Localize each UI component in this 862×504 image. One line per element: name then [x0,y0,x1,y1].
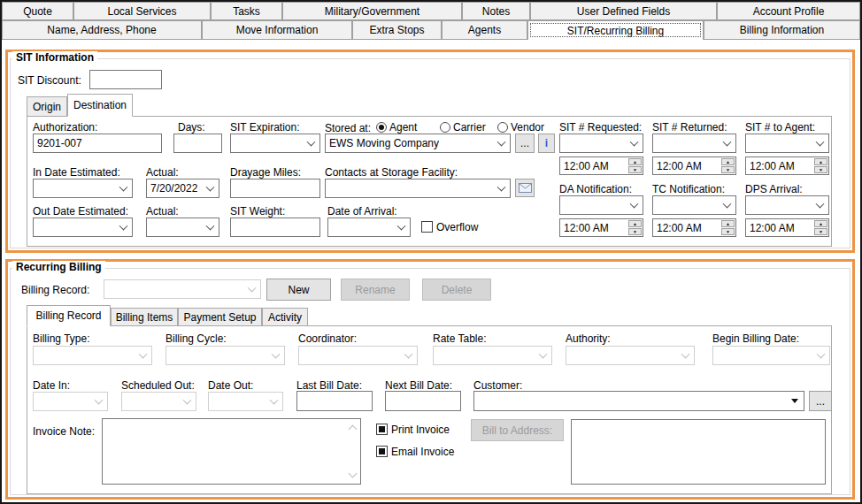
subtab-billing-items[interactable]: Billing Items [111,308,178,326]
out-actual-combobox[interactable] [146,218,219,237]
tab-user-defined-fields[interactable]: User Defined Fields [530,2,717,20]
email-invoice-checkbox[interactable] [376,446,388,457]
tab-billing-information[interactable]: Billing Information [704,20,860,40]
tab-extra-stops[interactable]: Extra Stops [352,20,442,40]
in-date-estimated-combobox[interactable] [33,179,133,198]
stored-at-carrier-radio[interactable] [440,122,450,133]
spinner-down-icon[interactable]: ▼ [721,166,735,173]
coordinator-combobox[interactable] [298,346,418,365]
bill-to-address-button[interactable]: Bill to Address: [471,419,564,441]
tab-military-government[interactable]: Military/Government [282,2,462,20]
tc-notification-combobox[interactable] [652,195,736,215]
overflow-label[interactable]: Overflow [436,221,478,233]
tab-tasks[interactable]: Tasks [211,2,282,20]
overflow-checkbox[interactable] [421,221,433,233]
company-browse-button[interactable]: ... [515,134,535,153]
sit-to-agent-combobox[interactable] [745,134,829,153]
sit-weight-input[interactable] [230,218,320,237]
stored-at-agent-radio[interactable] [376,122,387,133]
sit-requested-time-spinner[interactable]: 12:00 AM ▲▼ [559,157,643,175]
new-button[interactable]: New [266,279,331,301]
spinner-up-icon[interactable]: ▲ [721,220,735,227]
stored-at-carrier-label[interactable]: Carrier [453,121,486,134]
email-invoice-label[interactable]: Email Invoice [391,446,454,458]
bill-to-address-box[interactable] [571,419,826,485]
billing-type-combobox[interactable] [33,346,152,365]
spinner-down-icon[interactable]: ▼ [628,228,642,235]
company-info-button[interactable]: i [538,134,555,153]
subtab-activity[interactable]: Activity [262,308,308,326]
print-invoice-label[interactable]: Print Invoice [391,424,450,436]
delete-button[interactable]: Delete [422,279,491,301]
spinner-down-icon[interactable]: ▼ [814,228,827,235]
spinner-down-icon[interactable]: ▼ [814,166,827,173]
sit-to-agent-time-spinner[interactable]: 12:00 AM ▲▼ [745,157,829,175]
da-notification-time-spinner[interactable]: 12:00 AM ▲▼ [559,218,643,237]
print-invoice-checkbox[interactable] [376,424,388,435]
dropdown-arrow-button[interactable] [787,393,802,409]
email-contact-button[interactable] [515,179,535,197]
sit-expiration-combobox[interactable] [230,134,320,153]
stored-at-vendor-label[interactable]: Vendor [511,121,544,134]
chevron-down-icon [497,138,506,147]
tab-agents[interactable]: Agents [442,20,527,40]
spinner-up-icon[interactable]: ▲ [628,158,642,165]
tab-sit-recurring-billing[interactable]: SIT/Recurring Billing [527,20,704,40]
stored-at-agent-label[interactable]: Agent [389,121,417,134]
chevron-down-icon [791,399,798,403]
last-bill-date-input[interactable] [296,391,373,411]
next-bill-date-input[interactable] [385,391,461,411]
sit-returned-time-spinner[interactable]: 12:00 AM ▲▼ [652,157,736,175]
tab-account-profile[interactable]: Account Profile [717,2,860,20]
da-notification-combobox[interactable] [559,195,643,215]
invoice-note-textarea[interactable] [102,418,361,485]
spinner-down-icon[interactable]: ▼ [628,166,642,173]
authority-label: Authority: [566,332,611,345]
billing-record-combobox[interactable] [104,279,261,299]
scheduled-out-combobox[interactable] [121,392,196,411]
sit-returned-combobox[interactable] [652,134,736,153]
tab-strip-row1: Quote Local Services Tasks Military/Gove… [2,2,860,20]
begin-billing-date-combobox[interactable] [712,346,830,365]
customer-browse-button[interactable]: ... [809,391,832,411]
tc-notification-time-spinner[interactable]: 12:00 AM ▲▼ [652,218,736,237]
rate-table-combobox[interactable] [433,346,552,365]
tab-name-address-phone[interactable]: Name, Address, Phone [2,20,202,40]
authority-combobox[interactable] [566,346,695,365]
sit-requested-combobox[interactable] [559,134,643,153]
billing-cycle-combobox[interactable] [165,346,285,365]
date-of-arrival-combobox[interactable] [327,218,411,237]
stored-at-vendor-radio[interactable] [497,122,508,133]
tab-local-services[interactable]: Local Services [73,2,211,20]
tab-move-information[interactable]: Move Information [202,20,352,40]
out-date-estimated-combobox[interactable] [33,218,133,237]
contacts-combobox[interactable] [325,179,511,198]
dps-arrival-combobox[interactable] [745,195,829,215]
spinner-up-icon[interactable]: ▲ [628,220,642,227]
subtab-destination[interactable]: Destination [67,94,133,117]
spinner-up-icon[interactable]: ▲ [721,158,735,165]
subtab-payment-setup[interactable]: Payment Setup [178,308,262,326]
tab-quote[interactable]: Quote [2,2,73,20]
chevron-down-icon [206,183,215,192]
sit-discount-input[interactable] [89,70,162,89]
customer-combobox[interactable] [473,391,804,411]
authorization-input[interactable]: 9201-007 [33,134,162,153]
in-actual-combobox[interactable]: 7/20/2022 [146,179,219,198]
subtab-billing-record[interactable]: Billing Record [27,305,111,326]
stored-at-company-combobox[interactable]: EWS Moving Company [325,134,511,153]
spinner-up-icon[interactable]: ▲ [814,220,827,227]
date-out-combobox[interactable] [208,392,283,411]
chevron-down-icon [539,350,548,359]
scroll-up-icon[interactable] [349,425,358,434]
scroll-down-icon[interactable] [349,470,358,478]
days-input[interactable] [173,134,222,153]
spinner-down-icon[interactable]: ▼ [721,228,735,235]
date-in-combobox[interactable] [33,392,108,411]
rename-button[interactable]: Rename [341,279,410,301]
drayage-miles-input[interactable] [230,179,320,198]
dps-arrival-time-spinner[interactable]: 12:00 AM ▲▼ [745,218,829,237]
subtab-origin[interactable]: Origin [27,96,67,117]
spinner-up-icon[interactable]: ▲ [814,158,827,165]
tab-notes[interactable]: Notes [462,2,530,20]
